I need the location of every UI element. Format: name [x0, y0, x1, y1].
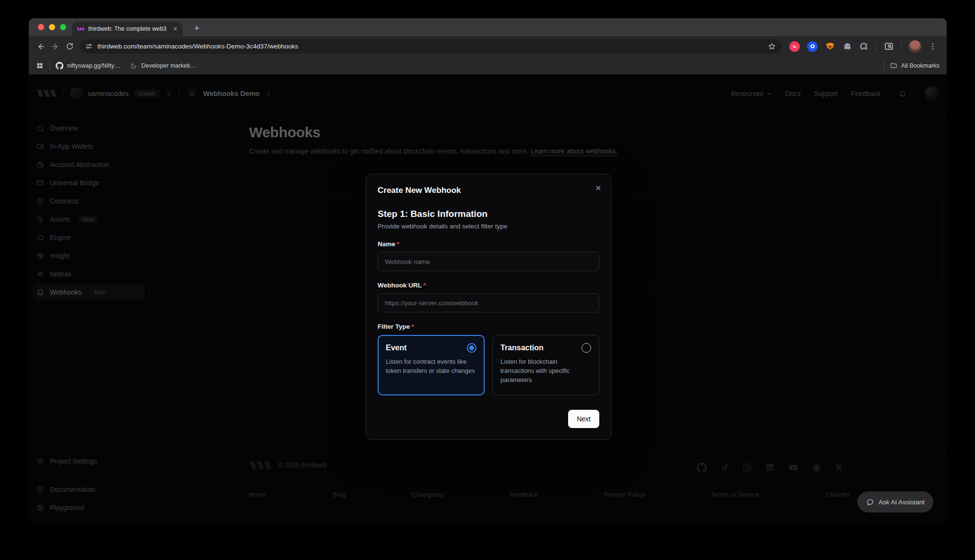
bookmarks-separator — [49, 61, 50, 70]
required-asterisk: * — [411, 323, 414, 330]
step-subtitle: Provide webhook details and select filte… — [378, 223, 599, 230]
filter-option-title: Transaction — [500, 344, 544, 352]
required-asterisk: * — [423, 282, 426, 289]
name-label: Name* — [378, 240, 599, 248]
filter-type-options: Event Listen for contract events like to… — [378, 335, 599, 395]
bookmarks-separator — [884, 61, 884, 70]
tab-close-icon[interactable]: ✕ — [173, 26, 178, 32]
filter-option-title: Event — [386, 344, 407, 352]
new-tab-button[interactable]: + — [190, 22, 203, 35]
webhook-url-input[interactable] — [378, 293, 599, 312]
modal-title: Create New Webhook — [378, 186, 599, 195]
site-viewport: / saminacodes Growth / Webhooks Demo Re — [29, 74, 947, 524]
bookmark-item[interactable]: niftyswap.gg/Nifty… — [56, 62, 120, 70]
extensions-row — [785, 40, 942, 53]
apps-grid-icon[interactable] — [36, 62, 44, 70]
zoom-window-button[interactable] — [60, 24, 66, 30]
create-webhook-modal: Create New Webhook ✕ Step 1: Basic Infor… — [366, 174, 611, 440]
extensions-puzzle-icon[interactable] — [859, 42, 869, 51]
bookmark-star-icon[interactable] — [768, 42, 776, 50]
extension-metamask-icon[interactable] — [825, 41, 835, 52]
step-title: Step 1: Basic Information — [378, 209, 599, 219]
folder-icon — [890, 62, 897, 69]
browser-menu-icon[interactable] — [928, 42, 937, 51]
crescent-icon — [131, 62, 137, 69]
modal-actions: Next — [378, 410, 599, 428]
bookmark-label: niftyswap.gg/Nifty… — [67, 62, 120, 69]
toolbar-separator — [901, 42, 902, 51]
all-bookmarks-label: All Bookmarks — [901, 62, 939, 69]
extension-phantom-icon[interactable] — [843, 42, 852, 51]
browser-window: thirdweb: The complete web3 ✕ + thirdweb… — [29, 18, 947, 524]
close-icon[interactable]: ✕ — [595, 184, 601, 192]
address-bar[interactable]: thirdweb.com/team/saminacodes/Webhooks-D… — [80, 39, 782, 54]
extension-red-wallet-icon[interactable] — [789, 41, 800, 52]
browser-toolbar: thirdweb.com/team/saminacodes/Webhooks-D… — [29, 36, 947, 57]
minimize-window-button[interactable] — [49, 24, 55, 30]
bookmark-item[interactable]: Developer marketi… — [131, 62, 196, 69]
site-settings-icon[interactable] — [85, 43, 93, 50]
toolbar-separator — [876, 42, 877, 51]
traffic-lights — [38, 24, 66, 30]
chat-bubble-icon — [866, 498, 874, 506]
back-button[interactable] — [34, 39, 48, 54]
bookmark-label: Developer marketi… — [141, 62, 196, 69]
tab-strip: thirdweb: The complete web3 ✕ + — [29, 18, 947, 36]
side-panel-search-icon[interactable] — [884, 41, 894, 51]
github-icon — [56, 62, 63, 70]
filter-option-description: Listen for blockchain transactions with … — [500, 357, 591, 385]
required-asterisk: * — [397, 240, 399, 248]
extension-blue-wallet-icon[interactable] — [807, 41, 818, 52]
reload-button[interactable] — [62, 39, 77, 54]
close-window-button[interactable] — [38, 24, 44, 30]
ask-ai-assistant-button[interactable]: Ask AI Assistant — [857, 491, 933, 512]
next-button[interactable]: Next — [568, 410, 599, 428]
thirdweb-favicon-icon — [77, 26, 84, 32]
filter-option-description: Listen for contract events like token tr… — [386, 357, 476, 376]
webhook-name-input[interactable] — [378, 252, 599, 271]
all-bookmarks-button[interactable]: All Bookmarks — [890, 62, 939, 69]
filter-option-transaction[interactable]: Transaction Listen for blockchain transa… — [492, 335, 599, 395]
browser-tab[interactable]: thirdweb: The complete web3 ✕ — [72, 22, 182, 36]
bookmarks-bar: niftyswap.gg/Nifty… Developer marketi… A… — [29, 57, 947, 74]
radio-selected[interactable] — [467, 343, 476, 353]
url-text[interactable]: thirdweb.com/team/saminacodes/Webhooks-D… — [97, 43, 763, 50]
webhook-url-label: Webhook URL* — [378, 282, 599, 289]
filter-option-event[interactable]: Event Listen for contract events like to… — [378, 335, 485, 395]
browser-profile-avatar[interactable] — [909, 40, 921, 53]
filter-type-label: Filter Type* — [378, 323, 599, 330]
tab-title: thirdweb: The complete web3 — [88, 25, 169, 32]
forward-button[interactable] — [48, 39, 62, 54]
radio-unselected[interactable] — [582, 343, 591, 353]
